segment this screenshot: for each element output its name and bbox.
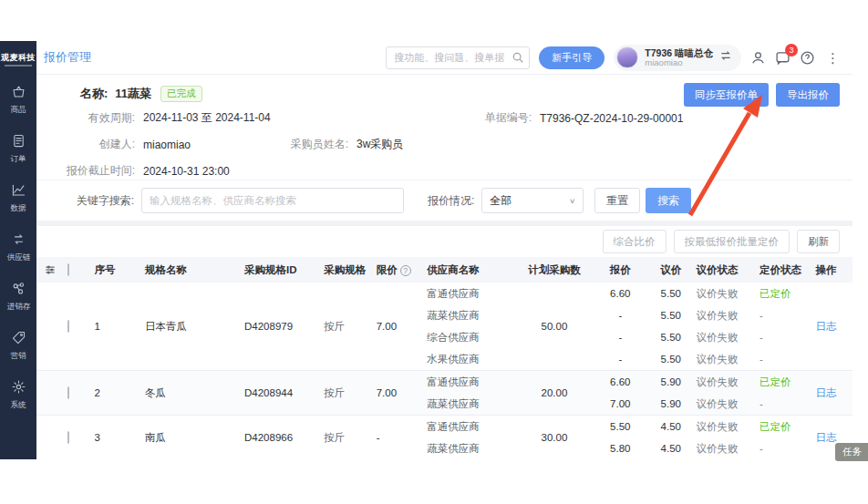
guide-button[interactable]: 新手引导 bbox=[539, 46, 604, 69]
user-menu[interactable]: T7936 喵喵总仓 miaomiao bbox=[614, 45, 741, 71]
price-status: - bbox=[760, 326, 815, 348]
sidebar-item-inventory[interactable]: 进销存 bbox=[6, 281, 31, 313]
reset-button[interactable]: 重置 bbox=[594, 188, 640, 213]
row-checkbox[interactable] bbox=[67, 321, 95, 332]
planned-qty: 50.00 bbox=[513, 321, 594, 332]
nego-price: 5.50 bbox=[646, 304, 697, 326]
purchase-unit: 按斤 bbox=[324, 386, 376, 400]
topbar-right: 新手引导 T7936 喵喵总仓 miaomiao bbox=[386, 45, 842, 71]
global-search-input[interactable] bbox=[386, 46, 530, 69]
page: 观麦科技 商品订单数据供应链进销存营销系统 报价管理 新手引导 T bbox=[0, 0, 868, 504]
quote-price: 6.60 bbox=[595, 283, 646, 304]
nego-status: 议价失败 bbox=[697, 416, 760, 437]
sidebar-item-label: 商品 bbox=[10, 104, 26, 115]
deadline-value: 2024-10-31 23:00 bbox=[143, 165, 230, 178]
nego-status: 议价失败 bbox=[697, 283, 760, 304]
column-header: 定价状态 bbox=[760, 263, 815, 277]
limit-price-help-icon[interactable]: ? bbox=[400, 265, 411, 276]
log-link[interactable]: 日志 bbox=[815, 387, 836, 398]
task-float-button[interactable]: 任务 bbox=[835, 443, 868, 461]
log-link[interactable]: 日志 bbox=[815, 432, 836, 443]
table-section: 综合比价 按最低报价批量定价 刷新 序号规格名称采购规格ID采购规格限价?供应商… bbox=[36, 226, 852, 459]
keyword-label: 关键字搜索: bbox=[43, 193, 134, 209]
message-icon[interactable]: 3 bbox=[775, 50, 790, 66]
user-org: T7936 喵喵总仓 bbox=[645, 47, 713, 58]
limit-price: - bbox=[377, 432, 428, 443]
spec-name: 日本青瓜 bbox=[145, 320, 244, 334]
nego-price: 5.50 bbox=[646, 283, 697, 304]
sidebar-item-label: 供应链 bbox=[6, 252, 30, 262]
nego-price: 5.50 bbox=[646, 326, 697, 348]
sync-quote-button[interactable]: 同步至报价单 bbox=[684, 83, 769, 107]
quote-price: - bbox=[595, 348, 646, 370]
search-button[interactable]: 搜索 bbox=[646, 188, 691, 213]
spec-id: D4208979 bbox=[244, 321, 324, 332]
column-header: 序号 bbox=[95, 263, 146, 277]
quote-price: - bbox=[595, 326, 646, 348]
column-header: 报价 bbox=[595, 263, 646, 277]
sidebar-item-marketing[interactable]: 营销 bbox=[6, 330, 31, 362]
column-header: 规格名称 bbox=[145, 263, 244, 277]
user-name: miaomiao bbox=[645, 58, 713, 68]
chart-icon bbox=[11, 182, 26, 199]
select-all-checkbox[interactable] bbox=[67, 264, 95, 275]
column-header: 采购规格ID bbox=[244, 263, 324, 277]
row-index: 3 bbox=[95, 432, 146, 443]
limit-price: 7.00 bbox=[377, 321, 428, 332]
row-index: 2 bbox=[95, 387, 146, 398]
planned-qty: 30.00 bbox=[513, 432, 594, 443]
message-badge: 3 bbox=[785, 44, 798, 57]
content: 名称: 11蔬菜 已完成 同步至报价单 导出报价 有效周期: 2024-11-0… bbox=[36, 75, 852, 459]
nego-status: 议价失败 bbox=[697, 371, 760, 393]
service-icon[interactable] bbox=[750, 50, 766, 66]
topbar: 报价管理 新手引导 T7936 喵喵总仓 miaomiao bbox=[36, 41, 852, 75]
sidebar-item-system[interactable]: 系统 bbox=[6, 379, 31, 411]
spec-id: D4208944 bbox=[244, 387, 324, 398]
price-status: - bbox=[760, 437, 815, 459]
keyword-input[interactable] bbox=[141, 188, 404, 213]
table-body: 1日本青瓜D4208979按斤7.00富通供应商蔬菜供应商综合供应商水果供应商5… bbox=[36, 283, 852, 459]
row-checkbox[interactable] bbox=[67, 387, 95, 398]
row-checkbox[interactable] bbox=[67, 432, 95, 443]
breadcrumb[interactable]: 报价管理 bbox=[44, 49, 91, 66]
creator-label: 创建人: bbox=[36, 137, 135, 152]
order-icon bbox=[11, 133, 26, 149]
nego-status: 议价失败 bbox=[697, 393, 760, 415]
sidebar-item-goods[interactable]: 商品 bbox=[6, 84, 31, 116]
column-header: 议价状态 bbox=[697, 263, 760, 277]
sidebar-item-supply-chain[interactable]: 供应链 bbox=[6, 231, 31, 263]
sidebar-item-label: 订单 bbox=[10, 153, 26, 164]
more-menu-icon[interactable]: ⋮ bbox=[824, 51, 842, 65]
compare-price-button[interactable]: 综合比价 bbox=[603, 230, 666, 253]
quote-status-select[interactable]: 全部 ∨ bbox=[481, 188, 584, 213]
spec-name: 冬瓜 bbox=[145, 386, 244, 400]
nego-price: 5.90 bbox=[646, 393, 697, 415]
doc-no-label: 单据编号: bbox=[427, 110, 532, 126]
sidebar-item-label: 进销存 bbox=[6, 301, 30, 312]
refresh-button[interactable]: 刷新 bbox=[797, 230, 840, 253]
spec-name: 南瓜 bbox=[145, 431, 244, 445]
column-header: 计划采购数 bbox=[513, 263, 594, 277]
quote-price: 7.00 bbox=[595, 393, 646, 415]
table-toolbar: 综合比价 按最低报价批量定价 刷新 bbox=[36, 226, 852, 257]
filter-icon[interactable] bbox=[44, 263, 67, 276]
chain-icon bbox=[11, 231, 26, 248]
sidebar-item-orders[interactable]: 订单 bbox=[6, 133, 31, 165]
price-status: 已定价 bbox=[760, 416, 815, 437]
switch-account-icon[interactable] bbox=[719, 49, 732, 66]
supplier-name: 蔬菜供应商 bbox=[427, 304, 513, 326]
quote-price: 5.80 bbox=[595, 437, 646, 459]
search-icon[interactable] bbox=[512, 51, 524, 64]
batch-lowest-price-button[interactable]: 按最低报价批量定价 bbox=[674, 230, 790, 253]
quote-info-section: 名称: 11蔬菜 已完成 同步至报价单 导出报价 有效周期: 2024-11-0… bbox=[36, 75, 852, 180]
buyer-label: 采购员姓名: bbox=[255, 137, 348, 152]
app-logo: 观麦科技 bbox=[1, 54, 36, 67]
nego-price: 5.50 bbox=[646, 348, 697, 370]
gear-icon bbox=[11, 379, 26, 396]
log-link[interactable]: 日志 bbox=[815, 321, 836, 332]
sidebar-item-data[interactable]: 数据 bbox=[6, 182, 31, 214]
chevron-down-icon: ∨ bbox=[569, 197, 575, 205]
avatar[interactable] bbox=[616, 46, 638, 68]
help-icon[interactable] bbox=[800, 50, 815, 66]
export-quote-button[interactable]: 导出报价 bbox=[776, 83, 840, 107]
